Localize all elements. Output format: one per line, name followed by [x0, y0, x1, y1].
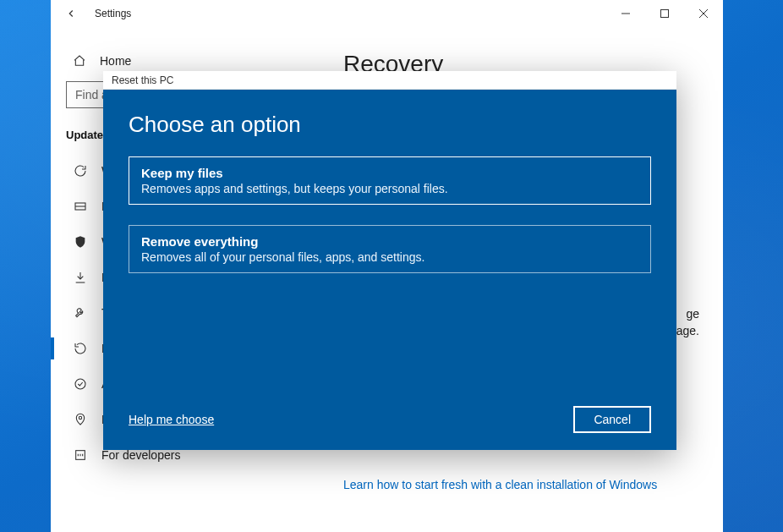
- delivery-icon: [73, 199, 88, 214]
- find-icon: [73, 412, 88, 427]
- option-remove-everything[interactable]: Remove everything Removes all of your pe…: [129, 225, 651, 273]
- dialog-footer: Help me choose Cancel: [129, 406, 651, 433]
- troubleshoot-icon: [73, 305, 88, 321]
- backup-icon: [73, 270, 88, 285]
- window-title: Settings: [95, 8, 131, 19]
- maximize-button[interactable]: [645, 0, 684, 27]
- sidebar-item-label: For developers: [101, 448, 180, 462]
- dialog-body: Choose an option Keep my files Removes a…: [103, 90, 676, 450]
- back-button[interactable]: [57, 0, 85, 27]
- window-controls: [606, 0, 723, 27]
- option-title: Keep my files: [141, 166, 638, 180]
- activation-icon: [73, 376, 88, 392]
- titlebar: Settings: [51, 0, 723, 27]
- cancel-button[interactable]: Cancel: [573, 406, 651, 433]
- home-icon: [73, 54, 86, 68]
- svg-point-5: [75, 379, 85, 389]
- svg-point-6: [79, 416, 81, 419]
- option-title: Remove everything: [141, 234, 638, 249]
- developers-icon: [73, 447, 88, 463]
- sidebar-home-label: Home: [100, 54, 131, 68]
- sync-icon: [73, 163, 88, 178]
- option-desc: Removes all of your personal files, apps…: [141, 250, 638, 264]
- option-desc: Removes apps and settings, but keeps you…: [141, 182, 638, 195]
- dialog-title: Reset this PC: [112, 74, 173, 86]
- svg-rect-1: [661, 10, 669, 18]
- dialog-titlebar: Reset this PC: [103, 71, 676, 90]
- minimize-button[interactable]: [606, 0, 645, 27]
- dialog-heading: Choose an option: [129, 112, 651, 138]
- fresh-start-link[interactable]: Learn how to start fresh with a clean in…: [343, 478, 657, 491]
- help-me-choose-link[interactable]: Help me choose: [129, 413, 214, 426]
- option-keep-my-files[interactable]: Keep my files Removes apps and settings,…: [129, 156, 651, 205]
- recovery-icon: [73, 341, 88, 356]
- reset-pc-dialog: Reset this PC Choose an option Keep my f…: [103, 71, 676, 450]
- close-button[interactable]: [684, 0, 723, 27]
- shield-icon: [73, 234, 88, 250]
